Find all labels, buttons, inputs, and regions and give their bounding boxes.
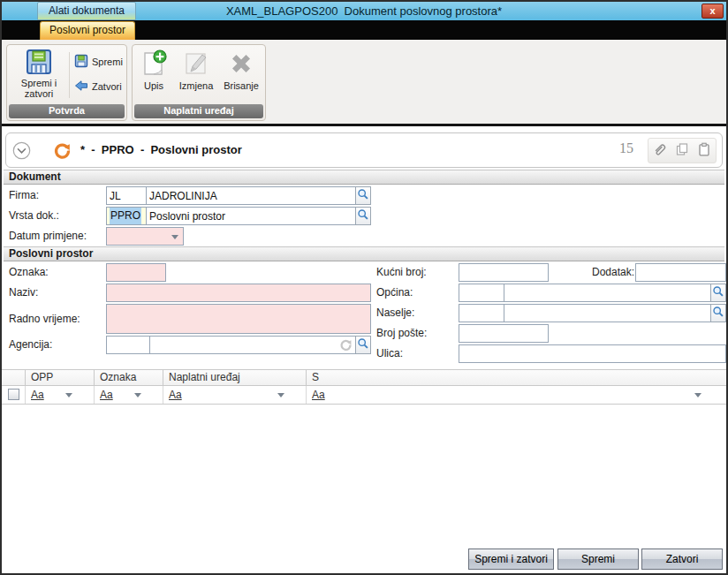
izmjena-button[interactable]: Izmjena bbox=[174, 49, 218, 91]
collapse-chevron-button[interactable] bbox=[12, 141, 31, 160]
footer-save-button[interactable]: Spremi bbox=[557, 549, 639, 570]
paperclip-icon[interactable] bbox=[652, 141, 668, 160]
chevron-down-icon bbox=[171, 235, 178, 239]
brisanje-button[interactable]: Brisanje bbox=[218, 49, 264, 91]
izmjena-label: Izmjena bbox=[174, 80, 218, 91]
header-icon-tray bbox=[648, 138, 717, 163]
app-window: XAML_BLAGPOS200 Dokument poslovnog prost… bbox=[0, 0, 728, 575]
grid-filter-row: Aa Aa Aa Aa bbox=[2, 386, 726, 405]
dodatak-label: Dodatak: bbox=[592, 266, 634, 278]
agencija-code-input[interactable] bbox=[106, 336, 150, 354]
save-close-icon bbox=[25, 67, 53, 78]
naziv-input[interactable] bbox=[106, 284, 371, 302]
grid-header-oznaka[interactable]: Oznaka bbox=[95, 370, 163, 385]
group-label-potvrda: Potvrda bbox=[9, 104, 125, 118]
save-label: Spremi bbox=[92, 57, 123, 67]
firma-code-input[interactable] bbox=[106, 186, 147, 205]
radno-vrijeme-textarea[interactable] bbox=[106, 304, 371, 334]
grid-header-opp[interactable]: OPP bbox=[26, 370, 95, 385]
footer-save-close-button[interactable]: Spremi i zatvori bbox=[468, 549, 554, 570]
chevron-down-icon[interactable] bbox=[134, 393, 141, 397]
upis-label: Upis bbox=[135, 80, 172, 91]
brisanje-label: Brisanje bbox=[218, 80, 264, 91]
firma-name-input[interactable] bbox=[146, 186, 356, 205]
close-document-button[interactable]: Zatvori bbox=[74, 79, 122, 95]
naziv-label: Naziv: bbox=[9, 286, 38, 299]
radno-vrijeme-label: Radno vrijeme: bbox=[9, 313, 80, 325]
opcina-label: Općina: bbox=[376, 286, 413, 299]
vrsta-name-input[interactable] bbox=[146, 207, 356, 225]
copy-pages-icon[interactable] bbox=[674, 141, 690, 160]
filter-mode-icon[interactable]: Aa bbox=[100, 389, 113, 401]
kucni-broj-input[interactable] bbox=[459, 263, 549, 282]
filter-mode-icon[interactable]: Aa bbox=[312, 389, 325, 401]
grid-filter-oznaka[interactable]: Aa bbox=[95, 386, 163, 404]
grid-filter-opp[interactable]: Aa bbox=[26, 386, 95, 404]
vrsta-code-input[interactable]: PPRO bbox=[106, 207, 147, 225]
firma-search-button[interactable] bbox=[355, 186, 371, 205]
chevron-down-icon[interactable] bbox=[694, 393, 701, 397]
opcina-search-button[interactable] bbox=[710, 284, 726, 302]
filter-mode-icon[interactable]: Aa bbox=[169, 389, 182, 401]
dodatak-input[interactable] bbox=[635, 263, 726, 282]
grid-filter-select-cell bbox=[2, 386, 26, 404]
save-and-close-button[interactable]: Spremi i zatvori bbox=[11, 48, 66, 102]
naselje-name-input[interactable] bbox=[504, 304, 711, 322]
grid-header-row: OPP Oznaka Naplatni uređaj S bbox=[2, 369, 726, 386]
titlebar: XAML_BLAGPOS200 Dokument poslovnog prost… bbox=[2, 2, 726, 20]
group-label-naplatni-uredjaj: Naplatni uređaj bbox=[134, 104, 263, 118]
opcina-name-input[interactable] bbox=[504, 284, 711, 302]
close-document-label: Zatvori bbox=[92, 81, 122, 92]
document-header-panel: * - PPRO - Poslovni prostor 15 bbox=[5, 132, 723, 168]
grid-filter-naplatni-uredjaj[interactable]: Aa bbox=[163, 386, 307, 404]
vrsta-search-button[interactable] bbox=[355, 207, 371, 225]
grid-header-naplatni-uredjaj[interactable]: Naplatni uređaj bbox=[163, 370, 307, 385]
datum-primjene-picker[interactable] bbox=[106, 227, 184, 246]
section-header-dokument: Dokument bbox=[4, 170, 724, 185]
ribbon-group-naplatni-uredjaj: Upis Izmjena Brisanje bbox=[132, 44, 266, 121]
broj-poste-input[interactable] bbox=[459, 324, 549, 343]
grid-header-select-column bbox=[2, 370, 26, 385]
oznaka-label: Oznaka: bbox=[9, 266, 49, 278]
naselje-search-button[interactable] bbox=[710, 304, 726, 322]
back-arrow-icon bbox=[74, 79, 88, 95]
delete-x-icon bbox=[226, 70, 256, 80]
grid-header-s[interactable]: S bbox=[307, 370, 726, 385]
kucni-broj-label: Kućni broj: bbox=[376, 266, 427, 278]
agencija-search-button[interactable] bbox=[355, 336, 371, 354]
opcina-code-input[interactable] bbox=[459, 284, 504, 302]
oznaka-input[interactable] bbox=[106, 263, 166, 282]
ulica-label: Ulica: bbox=[376, 347, 403, 359]
firma-label: Firma: bbox=[9, 189, 39, 201]
ribbon-tabstrip: Poslovni prostor bbox=[2, 20, 726, 40]
chevron-down-icon[interactable] bbox=[277, 393, 284, 397]
datum-primjene-label: Datum primjene: bbox=[9, 230, 87, 242]
footer-close-button[interactable]: Zatvori bbox=[641, 549, 723, 570]
vrsta-code-selected-text: PPRO bbox=[110, 208, 141, 224]
document-content: * - PPRO - Poslovni prostor 15 bbox=[2, 129, 726, 573]
edit-pencil-icon bbox=[181, 70, 211, 80]
naselje-code-input[interactable] bbox=[459, 304, 504, 322]
agencija-name-input[interactable] bbox=[149, 336, 356, 354]
naselje-label: Naselje: bbox=[376, 306, 414, 319]
vrsta-dok-label: Vrsta dok.: bbox=[9, 209, 59, 222]
save-button[interactable]: Spremi bbox=[74, 54, 123, 70]
section-header-poslovni-prostor: Poslovni prostor bbox=[4, 246, 724, 261]
refresh-orange-icon[interactable] bbox=[53, 141, 72, 160]
chevron-down-icon[interactable] bbox=[65, 393, 72, 397]
tab-poslovni-prostor[interactable]: Poslovni prostor bbox=[40, 21, 135, 40]
contextual-tab-alati-dokumenta[interactable]: Alati dokumenta bbox=[37, 2, 136, 20]
document-title: * - PPRO - Poslovni prostor bbox=[80, 143, 242, 156]
refresh-gray-icon bbox=[339, 338, 353, 352]
upis-button[interactable]: Upis bbox=[135, 49, 172, 91]
filter-mode-icon[interactable]: Aa bbox=[31, 389, 44, 401]
ribbon-group-potvrda: Spremi i zatvori Spremi bbox=[6, 44, 127, 121]
close-button[interactable]: x bbox=[701, 4, 724, 19]
grid-filter-s[interactable]: Aa bbox=[307, 386, 726, 404]
select-all-checkbox[interactable] bbox=[8, 389, 19, 400]
clipboard-icon[interactable] bbox=[696, 141, 712, 160]
save-icon bbox=[74, 54, 88, 70]
add-record-icon bbox=[139, 70, 169, 80]
group-separator bbox=[69, 52, 70, 98]
ulica-input[interactable] bbox=[459, 344, 726, 363]
